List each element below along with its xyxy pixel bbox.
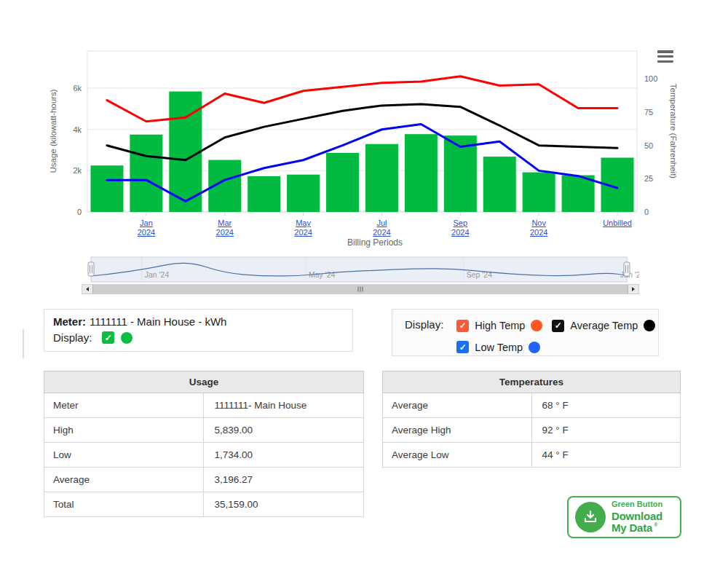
usage-bar[interactable]	[130, 135, 162, 212]
table-row: Meter1111111- Main House	[44, 393, 364, 418]
x-axis-title: Billing Periods	[87, 237, 662, 248]
download-icon	[582, 509, 598, 525]
x-label-jan-2024[interactable]: Jan2024	[138, 218, 155, 237]
temperatures-stats-table: Temperatures Average68 ° FAverage High92…	[382, 371, 681, 468]
checkbox[interactable]: ✓	[552, 320, 564, 332]
meter-series-dot-icon	[121, 332, 132, 344]
row-label: Average	[44, 468, 204, 492]
row-label: Average High	[383, 418, 532, 443]
y-left-tick-label: 0	[77, 208, 82, 216]
y-right-tick-label: 25	[644, 174, 653, 183]
x-label-mar-2024[interactable]: Mar2024	[216, 218, 234, 237]
check-icon: ✓	[459, 343, 467, 352]
usage-bar[interactable]	[483, 157, 516, 212]
table-row: Average High92 ° F	[383, 418, 681, 443]
green-button-mydata-word: My Data®	[612, 522, 662, 534]
y-right-tick-label: 75	[644, 108, 653, 117]
y-right-axis-title: Temperature (Fahrenheit)	[669, 84, 678, 179]
checkbox[interactable]: ✓	[456, 341, 469, 353]
temp-toggle-label: Low Temp	[475, 342, 523, 353]
navigator-label: Jan '24	[145, 270, 170, 279]
temps-table-title: Temperatures	[383, 371, 681, 393]
navigator-selected-range[interactable]	[91, 257, 627, 282]
usage-bar[interactable]	[405, 134, 438, 212]
temp-toggle-average-temp[interactable]: ✓Average Temp	[552, 318, 655, 334]
meter-value: 1111111 - Main House - kWh	[90, 315, 226, 328]
row-label: Meter	[44, 393, 204, 418]
download-icon-circle	[575, 502, 606, 532]
usage-bar[interactable]	[562, 176, 595, 212]
check-icon: ✓	[555, 321, 562, 330]
temperature-legend-panel: Display: ✓High Temp✓Average Temp✓Low Tem…	[392, 309, 659, 356]
green-button-text: Green Button Download My Data®	[612, 500, 662, 533]
row-label: High	[44, 418, 204, 443]
display-label: Display:	[53, 331, 92, 344]
hamburger-icon	[657, 55, 673, 58]
green-button-brand: Green Button	[612, 500, 662, 509]
row-label: Low	[44, 443, 204, 468]
chart-scrollbar[interactable]	[82, 284, 639, 294]
green-button-usage-dashboard: 02k4k6k0255075100Usage (kilowatt-hours)T…	[0, 0, 728, 571]
usage-bar[interactable]	[326, 153, 359, 212]
navigator-handle-left[interactable]	[88, 262, 94, 276]
scrollbar-thumb[interactable]	[92, 285, 628, 294]
temp-toggle-low-temp[interactable]: ✓Low Temp	[456, 339, 552, 356]
registered-mark: ®	[654, 522, 657, 527]
check-icon: ✓	[105, 334, 112, 342]
temp-toggle-high-temp[interactable]: ✓High Temp	[456, 318, 552, 334]
x-label-sep-2024[interactable]: Sep2024	[451, 218, 469, 237]
usage-bar[interactable]	[287, 175, 320, 212]
green-button-download-word: Download	[612, 511, 662, 522]
table-row: High5,839.00	[44, 418, 364, 443]
table-row: Average68 ° F	[383, 393, 681, 418]
x-label-jul-2024[interactable]: Jul2024	[373, 218, 390, 237]
usage-stats-table: Usage Meter1111111- Main HouseHigh5,839.…	[44, 371, 364, 517]
row-value: 1,734.00	[204, 443, 364, 468]
meter-legend-panel: Meter:1111111 - Main House - kWh Display…	[44, 309, 353, 352]
series-dot-icon	[531, 320, 542, 331]
hamburger-icon	[657, 60, 673, 63]
x-label-unbilled[interactable]: Unbilled	[603, 218, 632, 228]
temp-toggle-label: High Temp	[475, 320, 525, 331]
chart-menu-button[interactable]	[657, 50, 673, 63]
meter-title: Meter:1111111 - Main House - kWh	[53, 315, 344, 328]
row-value: 44 ° F	[531, 443, 680, 468]
row-value: 35,159.00	[204, 492, 364, 517]
x-label-nov-2024[interactable]: Nov2024	[530, 218, 547, 237]
y-right-tick-label: 100	[644, 74, 657, 83]
meter-visibility-checkbox[interactable]: ✓	[102, 331, 114, 344]
temperature-toggles: ✓High Temp✓Average Temp✓Low Temp	[456, 318, 655, 355]
display-label: Display:	[405, 318, 443, 355]
table-row: Total35,159.00	[44, 492, 364, 517]
usage-bar[interactable]	[248, 176, 280, 212]
row-value: 5,839.00	[204, 418, 364, 443]
series-dot-icon	[529, 342, 540, 353]
y-right-tick-label: 50	[644, 141, 653, 150]
y-left-axis-title: Usage (kilowatt-hours)	[49, 89, 58, 173]
checkbox[interactable]: ✓	[456, 320, 469, 332]
scroll-left-button[interactable]	[82, 285, 92, 294]
y-left-tick-label: 6k	[73, 84, 82, 92]
green-button-download[interactable]: Green Button Download My Data®	[567, 496, 681, 538]
page-edge-mark	[23, 329, 24, 358]
hamburger-icon	[657, 50, 673, 53]
scroll-right-button[interactable]	[628, 285, 638, 294]
series-dot-icon	[644, 320, 655, 331]
navigator-handle-right[interactable]	[624, 262, 630, 276]
usage-bar[interactable]	[90, 165, 123, 212]
x-label-may-2024[interactable]: May2024	[294, 218, 312, 237]
y-right-tick-label: 0	[644, 208, 649, 216]
row-value: 92 ° F	[531, 418, 680, 443]
chart-navigator[interactable]: Jan '24May '24Sep '24Jan '25	[82, 256, 639, 283]
table-row: Low1,734.00	[44, 443, 364, 468]
usage-bar[interactable]	[365, 144, 398, 212]
usage-bar[interactable]	[523, 173, 555, 212]
row-value: 68 ° F	[531, 393, 680, 418]
row-label: Average Low	[383, 443, 532, 468]
y-left-tick-label: 4k	[73, 125, 82, 134]
row-value: 1111111- Main House	[204, 393, 364, 418]
check-icon: ✓	[459, 321, 467, 330]
usage-table-title: Usage	[44, 371, 364, 393]
meter-label: Meter:	[53, 315, 86, 328]
row-value: 3,196.27	[204, 468, 364, 492]
